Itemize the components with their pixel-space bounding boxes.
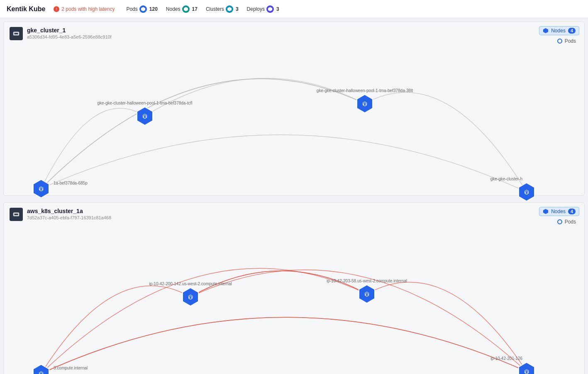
node-n4[interactable]: ⬡⚇gke-gke-cluster-h: [490, 177, 534, 201]
graph-area-aws: ⬡⚇ip-10-42-200-142.us-west-2.compute.int…: [4, 224, 584, 374]
cluster-name-aws: aws_k8s_cluster_1a: [27, 208, 111, 214]
legend-nodes-gke[interactable]: Nodes 4: [539, 26, 579, 35]
alert-text: 2 pods with high latency: [61, 6, 115, 12]
svg-text:ip-10-42-200-142.us-west-2.com: ip-10-42-200-142.us-west-2.compute.inter…: [149, 282, 232, 286]
svg-text:ip-10-42-201-126: ip-10-42-201-126: [490, 356, 522, 361]
stat-pods: Pods 120: [126, 5, 157, 13]
svg-text:ip-10-42-203-58.us-west-2.comp: ip-10-42-203-58.us-west-2.compute.intern…: [327, 279, 407, 283]
svg-text:gke-gke-cluster-halloween-pool: gke-gke-cluster-halloween-pool-1-tma-bef…: [98, 101, 193, 105]
svg-text:⚇: ⚇: [363, 102, 367, 107]
cluster-uuid-gke: a5306d34-fd95-4e83-a5e6-2596e88c910f: [27, 34, 112, 39]
svg-text:1a-bef378da-685p: 1a-bef378da-685p: [54, 181, 88, 185]
cluster-icon-aws: [10, 208, 23, 221]
svg-text:⚇: ⚇: [525, 190, 529, 195]
node-n3[interactable]: ⬡⚇1a-bef378da-685p: [33, 180, 88, 198]
svg-rect-5: [15, 33, 18, 34]
svg-text:⚇: ⚇: [365, 292, 369, 297]
alert-badge[interactable]: ! 2 pods with high latency: [54, 6, 115, 12]
nodes-count-aws: 4: [568, 209, 576, 214]
cluster-icon-gke: [10, 27, 23, 40]
graph-svg-aws: ⬡⚇ip-10-42-200-142.us-west-2.compute.int…: [4, 224, 584, 374]
svg-marker-25: [543, 209, 548, 214]
stat-clusters: Clusters 3: [206, 5, 239, 13]
svg-text:⚇: ⚇: [525, 370, 529, 374]
graph-svg-gke: ⬡⚇gke-gke-cluster-halloween-pool-1-tma-b…: [4, 44, 584, 205]
legend-nodes-aws[interactable]: Nodes 4: [539, 207, 579, 216]
app-header: Kentik Kube ! 2 pods with high latency P…: [0, 0, 588, 18]
main-content: gke_cluster_1 a5306d34-fd95-4e83-a5e6-25…: [0, 18, 588, 374]
stats-bar: Pods 120 Nodes 17 Clusters 3 Deploys 3: [126, 5, 279, 13]
legend-aws: Nodes 4 Pods: [539, 207, 579, 226]
svg-text:gke-gke-cluster-halloween-pool: gke-gke-cluster-halloween-pool-1-tma-bef…: [317, 88, 413, 93]
svg-text:⚇: ⚇: [39, 372, 43, 374]
node-m3[interactable]: ⬡⚇3.compute.internal: [33, 364, 88, 374]
svg-text:⚇: ⚇: [143, 114, 147, 119]
node-m2[interactable]: ⬡⚇ip-10-42-203-58.us-west-2.compute.inte…: [327, 279, 407, 303]
svg-marker-1: [184, 7, 188, 11]
cluster-header-gke: gke_cluster_1 a5306d34-fd95-4e83-a5e6-25…: [4, 22, 584, 44]
node-n2[interactable]: ⬡⚇gke-gke-cluster-halloween-pool-1-tma-b…: [317, 88, 413, 113]
pods-dot-gke: [557, 39, 562, 44]
svg-marker-6: [543, 28, 548, 33]
stat-nodes: Nodes 17: [166, 5, 198, 13]
svg-text:⚇: ⚇: [39, 187, 43, 192]
svg-marker-2: [227, 7, 232, 11]
svg-marker-3: [268, 7, 272, 11]
node-m1[interactable]: ⬡⚇ip-10-42-200-142.us-west-2.compute.int…: [149, 282, 232, 306]
cluster-header-aws: aws_k8s_cluster_1a 7d52a37c-a405-ebfa-f7…: [4, 203, 584, 224]
cluster-panel-gke: gke_cluster_1 a5306d34-fd95-4e83-a5e6-25…: [3, 22, 585, 196]
svg-text:gke-gke-cluster-h: gke-gke-cluster-h: [490, 177, 522, 181]
graph-area-gke: ⬡⚇gke-gke-cluster-halloween-pool-1-tma-b…: [4, 44, 584, 206]
cluster-info-aws: aws_k8s_cluster_1a 7d52a37c-a405-ebfa-f7…: [27, 208, 111, 220]
svg-rect-24: [15, 214, 18, 215]
stat-deploys: Deploys 3: [247, 5, 279, 13]
cluster-info-gke: gke_cluster_1 a5306d34-fd95-4e83-a5e6-25…: [27, 27, 112, 39]
nodes-count-gke: 4: [568, 28, 576, 34]
cluster-name-gke: gke_cluster_1: [27, 27, 112, 34]
svg-text:⚇: ⚇: [188, 295, 193, 300]
node-n1[interactable]: ⬡⚇gke-gke-cluster-halloween-pool-1-tma-b…: [98, 101, 193, 125]
cluster-uuid-aws: 7d52a37c-a405-ebfa-f797-16391c81a468: [27, 215, 111, 220]
alert-icon: !: [54, 6, 59, 12]
pods-dot-aws: [557, 219, 562, 224]
svg-text:3.compute.internal: 3.compute.internal: [54, 366, 88, 370]
svg-marker-0: [141, 7, 145, 11]
brand-logo: Kentik Kube: [7, 5, 45, 13]
cluster-panel-aws: aws_k8s_cluster_1a 7d52a37c-a405-ebfa-f7…: [3, 202, 585, 374]
legend-gke: Nodes 4 Pods: [539, 26, 579, 45]
